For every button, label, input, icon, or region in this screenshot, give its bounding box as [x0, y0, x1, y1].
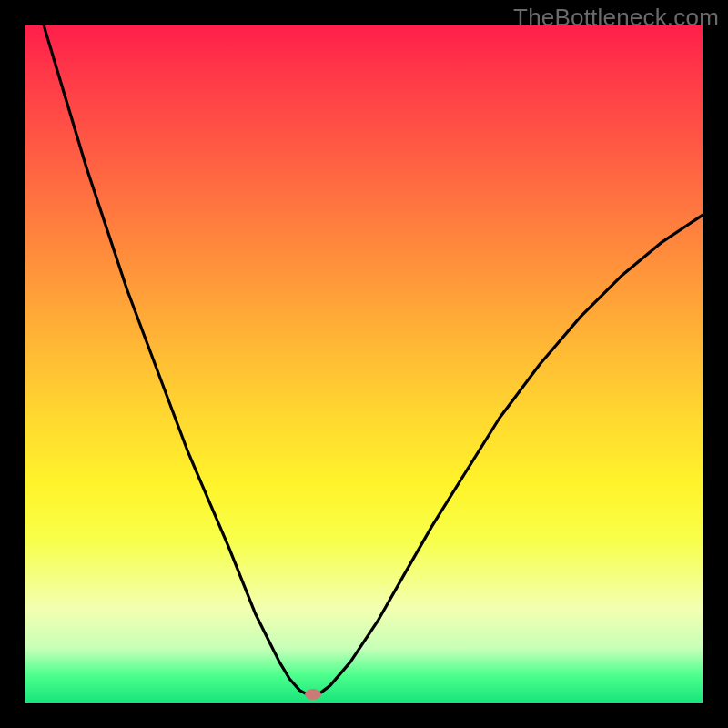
plot-area	[25, 25, 703, 703]
curve-svg	[25, 25, 703, 703]
minimum-marker	[305, 689, 321, 700]
chart-frame: TheBottleneck.com	[0, 0, 728, 728]
bottleneck-curve	[25, 0, 703, 696]
watermark-text: TheBottleneck.com	[513, 4, 719, 32]
